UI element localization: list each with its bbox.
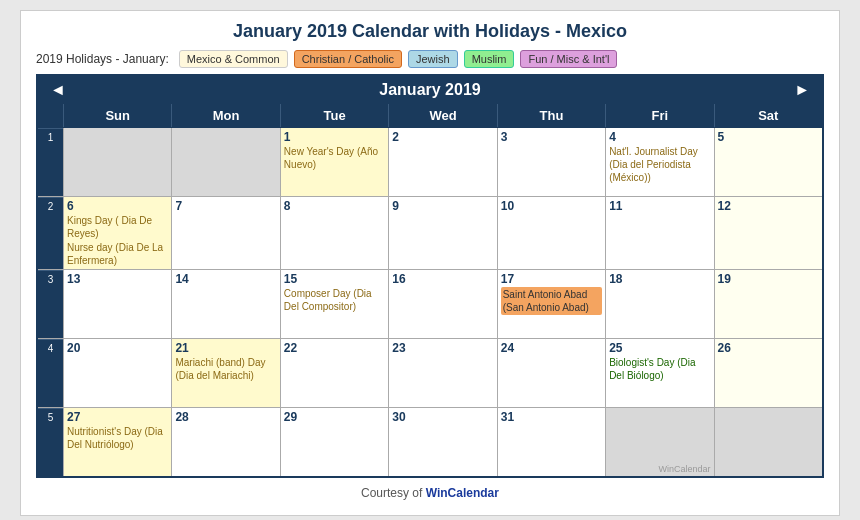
cal-cell: 28 <box>171 408 279 476</box>
date-number: 26 <box>718 341 819 355</box>
cal-cell: 12 <box>714 197 822 269</box>
calendar-event: Nutritionist's Day (Dia Del Nutriólogo) <box>67 425 168 451</box>
date-number: 13 <box>67 272 168 286</box>
date-number: 5 <box>718 130 819 144</box>
cal-cell: 23 <box>388 339 496 407</box>
date-number: 15 <box>284 272 385 286</box>
next-month-button[interactable]: ► <box>794 81 810 99</box>
cal-cell: 4Nat'l. Journalist Day (Dia del Periodis… <box>605 128 713 196</box>
prev-month-button[interactable]: ◄ <box>50 81 66 99</box>
legend-muslim[interactable]: Muslim <box>464 50 515 68</box>
date-number: 3 <box>501 130 602 144</box>
calendar-event: Saint Antonio Abad (San Antonio Abad) <box>501 287 602 315</box>
cal-cell <box>714 408 822 476</box>
cal-cell: 17Saint Antonio Abad (San Antonio Abad) <box>497 270 605 338</box>
date-number: 17 <box>501 272 602 286</box>
date-number: 6 <box>67 199 168 213</box>
wincalendar-watermark: WinCalendar <box>659 464 711 474</box>
calendar-event: Mariachi (band) Day (Dia del Mariachi) <box>175 356 276 382</box>
cal-cell: 18 <box>605 270 713 338</box>
calendar-event: Kings Day ( Dia De Reyes) <box>67 214 168 240</box>
week-num-3: 3 <box>38 270 63 338</box>
week-num-4: 4 <box>38 339 63 407</box>
week-num-header-spacer <box>38 104 63 127</box>
cal-cell: 15Composer Day (Dia Del Compositor) <box>280 270 388 338</box>
legend-label: 2019 Holidays - January: <box>36 52 169 66</box>
date-number: 8 <box>284 199 385 213</box>
date-number: 1 <box>284 130 385 144</box>
date-number: 19 <box>718 272 819 286</box>
calendar-event: Composer Day (Dia Del Compositor) <box>284 287 385 313</box>
date-number: 11 <box>609 199 710 213</box>
cal-week-5: 527Nutritionist's Day (Dia Del Nutriólog… <box>38 408 822 476</box>
days-header: Sun Mon Tue Wed Thu Fri Sat <box>38 104 822 127</box>
calendar-header: ◄ January 2019 ► <box>38 76 822 104</box>
week-num-2: 2 <box>38 197 63 269</box>
cal-cell: 7 <box>171 197 279 269</box>
calendar-event: Nurse day (Dia De La Enfermera) <box>67 241 168 267</box>
cal-cell: 29 <box>280 408 388 476</box>
date-number: 9 <box>392 199 493 213</box>
date-number: 22 <box>284 341 385 355</box>
calendar-event: New Year's Day (Año Nuevo) <box>284 145 385 171</box>
courtesy-row: Courtesy of WinCalendar <box>36 486 824 500</box>
date-number: 24 <box>501 341 602 355</box>
date-number: 12 <box>718 199 819 213</box>
date-number: 21 <box>175 341 276 355</box>
date-number: 30 <box>392 410 493 424</box>
cal-week-1: 11New Year's Day (Año Nuevo)234Nat'l. Jo… <box>38 128 822 197</box>
cal-cell: 27Nutritionist's Day (Dia Del Nutriólogo… <box>63 408 171 476</box>
cal-week-4: 42021Mariachi (band) Day (Dia del Mariac… <box>38 339 822 408</box>
date-number: 16 <box>392 272 493 286</box>
date-number: 27 <box>67 410 168 424</box>
page-title: January 2019 Calendar with Holidays - Me… <box>36 21 824 42</box>
day-header-thu: Thu <box>497 104 605 127</box>
date-number: 7 <box>175 199 276 213</box>
courtesy-text: Courtesy of <box>361 486 426 500</box>
cal-cell: 11 <box>605 197 713 269</box>
legend-mexico[interactable]: Mexico & Common <box>179 50 288 68</box>
calendar-event: Nat'l. Journalist Day (Dia del Periodist… <box>609 145 710 184</box>
cal-week-3: 3131415Composer Day (Dia Del Compositor)… <box>38 270 822 339</box>
day-header-mon: Mon <box>171 104 279 127</box>
date-number: 31 <box>501 410 602 424</box>
cal-cell: 2 <box>388 128 496 196</box>
cal-cell: 13 <box>63 270 171 338</box>
cal-cell: 16 <box>388 270 496 338</box>
cal-cell: 9 <box>388 197 496 269</box>
cal-cell: 1New Year's Day (Año Nuevo) <box>280 128 388 196</box>
legend-christian[interactable]: Christian / Catholic <box>294 50 402 68</box>
date-number: 2 <box>392 130 493 144</box>
cal-cell: 6Kings Day ( Dia De Reyes)Nurse day (Dia… <box>63 197 171 269</box>
calendar: ◄ January 2019 ► Sun Mon Tue Wed Thu Fri… <box>36 74 824 478</box>
cal-cell: WinCalendar <box>605 408 713 476</box>
cal-cell: 22 <box>280 339 388 407</box>
cal-cell: 21Mariachi (band) Day (Dia del Mariachi) <box>171 339 279 407</box>
legend-fun[interactable]: Fun / Misc & Int'l <box>520 50 617 68</box>
day-header-fri: Fri <box>605 104 713 127</box>
cal-cell: 31 <box>497 408 605 476</box>
courtesy-link[interactable]: WinCalendar <box>426 486 499 500</box>
legend-jewish[interactable]: Jewish <box>408 50 458 68</box>
cal-cell: 5 <box>714 128 822 196</box>
date-number: 18 <box>609 272 710 286</box>
day-header-tue: Tue <box>280 104 388 127</box>
date-number: 25 <box>609 341 710 355</box>
day-header-sun: Sun <box>63 104 171 127</box>
cal-cell <box>63 128 171 196</box>
calendar-event: Biologist's Day (Dia Del Biólogo) <box>609 356 710 382</box>
main-container: January 2019 Calendar with Holidays - Me… <box>20 10 840 516</box>
cal-cell: 19 <box>714 270 822 338</box>
date-number: 28 <box>175 410 276 424</box>
day-header-wed: Wed <box>388 104 496 127</box>
cal-cell: 3 <box>497 128 605 196</box>
calendar-body: 11New Year's Day (Año Nuevo)234Nat'l. Jo… <box>38 127 822 476</box>
cal-cell <box>171 128 279 196</box>
cal-cell: 14 <box>171 270 279 338</box>
cal-cell: 8 <box>280 197 388 269</box>
cal-cell: 20 <box>63 339 171 407</box>
cal-cell: 25Biologist's Day (Dia Del Biólogo) <box>605 339 713 407</box>
date-number: 14 <box>175 272 276 286</box>
date-number: 29 <box>284 410 385 424</box>
calendar-title: January 2019 <box>379 81 480 99</box>
